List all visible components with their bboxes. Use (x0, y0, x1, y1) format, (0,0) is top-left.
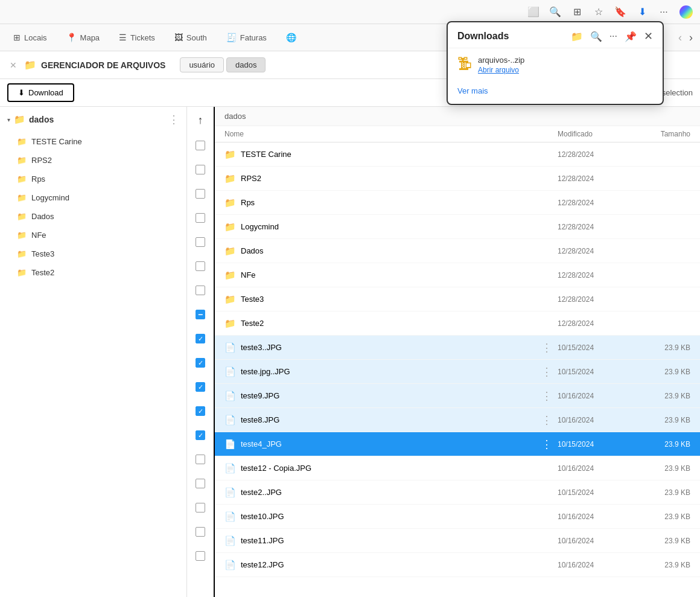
sort-button[interactable]: ↑ (189, 109, 211, 131)
tab-globe[interactable]: 🌐 (278, 26, 305, 49)
sidebar-item-dados[interactable]: 📁 Dados (0, 207, 186, 226)
folder-row-teste3[interactable]: 📁 Teste3 12/28/2024 (215, 287, 700, 311)
file-row-1[interactable]: 📄 teste.jpg..JPG ⋮ 10/15/2024 23.9 KB (215, 360, 700, 384)
check-folder-rps2[interactable] (189, 158, 211, 182)
check-file-8[interactable] (189, 520, 211, 544)
file-menu-icon[interactable]: ⋮ (541, 365, 553, 378)
breadcrumb-dados[interactable]: dados (226, 57, 266, 72)
downloads-folder-icon[interactable]: 📁 (571, 31, 583, 42)
bookmark-list-icon[interactable]: 🔖 (614, 6, 626, 18)
file-row-6[interactable]: 📄 teste2..JPG 10/15/2024 23.9 KB (215, 480, 700, 505)
checkbox[interactable]: ✓ (196, 358, 205, 368)
tab-faturas[interactable]: 🧾 Faturas (218, 26, 275, 49)
folder-row-logycmind[interactable]: 📁 Logycmind 12/28/2024 (215, 215, 700, 239)
checkbox[interactable]: ✓ (196, 406, 205, 416)
downloads-more-icon[interactable]: ··· (609, 31, 617, 42)
checkbox[interactable]: ✓ (196, 430, 205, 440)
folder-row-teste-carine[interactable]: 📁 TESTE Carine 12/28/2024 (215, 142, 700, 167)
check-file-6[interactable] (189, 471, 211, 496)
file-row-9[interactable]: 📄 teste12.JPG 10/16/2024 23.9 KB (215, 553, 700, 577)
check-file-9[interactable] (189, 544, 211, 568)
folder-row-rps[interactable]: 📁 Rps 12/28/2024 (215, 191, 700, 215)
sidebar-menu-icon[interactable]: ⋮ (168, 113, 179, 126)
check-file-5[interactable] (189, 447, 211, 471)
new-tab-icon[interactable]: ⬜ (527, 6, 539, 18)
folder-row-nfe[interactable]: 📁 NFe 12/28/2024 (215, 263, 700, 287)
sidebar-item-teste3[interactable]: 📁 Teste3 (0, 244, 186, 263)
file-menu-icon[interactable]: ⋮ (541, 438, 553, 451)
checkbox[interactable]: − (196, 310, 205, 319)
sidebar-item-logycmind[interactable]: 📁 Logycmind (0, 188, 186, 207)
tab-locais[interactable]: ⊞ Locais (5, 26, 56, 49)
tab-tickets[interactable]: ☰ Tickets (110, 26, 164, 49)
checkbox[interactable] (196, 261, 205, 271)
check-file-1[interactable]: ✓ (189, 351, 211, 375)
nav-forward-arrow[interactable]: › (687, 29, 695, 46)
split-view-icon[interactable]: ⊞ (571, 6, 583, 18)
sidebar-item-rps2[interactable]: 📁 RPS2 (0, 151, 186, 170)
file-name: teste12 - Copia.JPG (241, 464, 558, 473)
check-file-0[interactable]: ✓ (189, 327, 211, 351)
file-row-5[interactable]: 📄 teste12 - Copia.JPG 10/16/2024 23.9 KB (215, 456, 700, 480)
check-folder-dados[interactable] (189, 230, 211, 254)
check-folder-logycmind[interactable] (189, 206, 211, 230)
file-row-8[interactable]: 📄 teste11.JPG 10/16/2024 23.9 KB (215, 529, 700, 553)
downloads-close-button[interactable]: ✕ (644, 30, 653, 43)
see-more-button[interactable]: Ver mais (448, 81, 663, 104)
tab-south[interactable]: 🖼 South (166, 26, 215, 49)
open-file-link[interactable]: Abrir arquivo (478, 66, 524, 74)
checkbox[interactable] (196, 503, 205, 512)
file-menu-icon[interactable]: ⋮ (541, 389, 553, 403)
checkbox[interactable] (196, 527, 205, 537)
sidebar-item-nfe[interactable]: 📁 NFe (0, 226, 186, 244)
tab-mapa[interactable]: 📍 Mapa (58, 26, 109, 49)
file-row-4[interactable]: 📄 teste4_JPG ⋮ 10/15/2024 23.9 KB (215, 432, 700, 456)
file-row-0[interactable]: 📄 teste3..JPG ⋮ 10/15/2024 23.9 KB (215, 336, 700, 360)
sidebar-item-teste2[interactable]: 📁 Teste2 (0, 263, 186, 282)
folder-row-dados[interactable]: 📁 Dados 12/28/2024 (215, 239, 700, 263)
sidebar-root-dados[interactable]: ▾ 📁 dados ⋮ (0, 107, 186, 132)
checkbox[interactable] (196, 286, 205, 295)
checkbox[interactable]: ✓ (196, 334, 205, 343)
folder-row-rps2[interactable]: 📁 RPS2 12/28/2024 (215, 167, 700, 191)
breadcrumb-usuario[interactable]: usuário (180, 57, 224, 72)
check-file-3[interactable]: ✓ (189, 399, 211, 423)
file-menu-icon[interactable]: ⋮ (541, 413, 553, 427)
close-button[interactable]: ✕ (7, 58, 19, 72)
more-icon[interactable]: ··· (658, 6, 670, 18)
sidebar-item-teste-carine[interactable]: 📁 TESTE Carine (0, 132, 186, 151)
check-file-2[interactable]: ✓ (189, 375, 211, 399)
checkbox[interactable] (196, 551, 205, 561)
download-button[interactable]: ⬇ Download (7, 83, 74, 102)
check-folder-nfe[interactable] (189, 254, 211, 278)
checkbox[interactable] (196, 479, 205, 488)
downloads-pin-icon[interactable]: 📌 (625, 31, 637, 42)
check-file-7[interactable] (189, 496, 211, 520)
downloads-search-icon[interactable]: 🔍 (590, 31, 602, 42)
download-icon[interactable]: ⬇ (636, 6, 648, 18)
check-folder-rps[interactable] (189, 182, 211, 206)
sidebar-item-label: Teste2 (31, 268, 54, 277)
file-row-2[interactable]: 📄 teste9.JPG ⋮ 10/16/2024 23.9 KB (215, 384, 700, 408)
folder-icon: 📁 (17, 137, 27, 146)
checkbox[interactable] (196, 455, 205, 464)
sidebar-item-rps[interactable]: 📁 Rps (0, 170, 186, 188)
nav-back-arrow[interactable]: ‹ (676, 29, 684, 46)
checkbox[interactable] (196, 141, 205, 150)
check-folder-teste3[interactable] (189, 278, 211, 302)
checkbox[interactable] (196, 165, 205, 174)
check-folder-teste2[interactable]: − (189, 302, 211, 327)
profile-icon[interactable] (679, 5, 693, 19)
check-file-4[interactable]: ✓ (189, 423, 211, 447)
check-folder-teste-carine[interactable] (189, 133, 211, 158)
file-row-7[interactable]: 📄 teste10.JPG 10/16/2024 23.9 KB (215, 505, 700, 529)
search-icon[interactable]: 🔍 (549, 6, 561, 18)
file-menu-icon[interactable]: ⋮ (541, 341, 553, 354)
checkbox[interactable] (196, 213, 205, 223)
checkbox[interactable]: ✓ (196, 382, 205, 392)
checkbox[interactable] (196, 237, 205, 247)
checkbox[interactable] (196, 189, 205, 199)
bookmark-icon[interactable]: ☆ (593, 6, 605, 18)
folder-row-teste2[interactable]: 📁 Teste2 12/28/2024 (215, 311, 700, 336)
file-row-3[interactable]: 📄 teste8.JPG ⋮ 10/16/2024 23.9 KB (215, 408, 700, 432)
